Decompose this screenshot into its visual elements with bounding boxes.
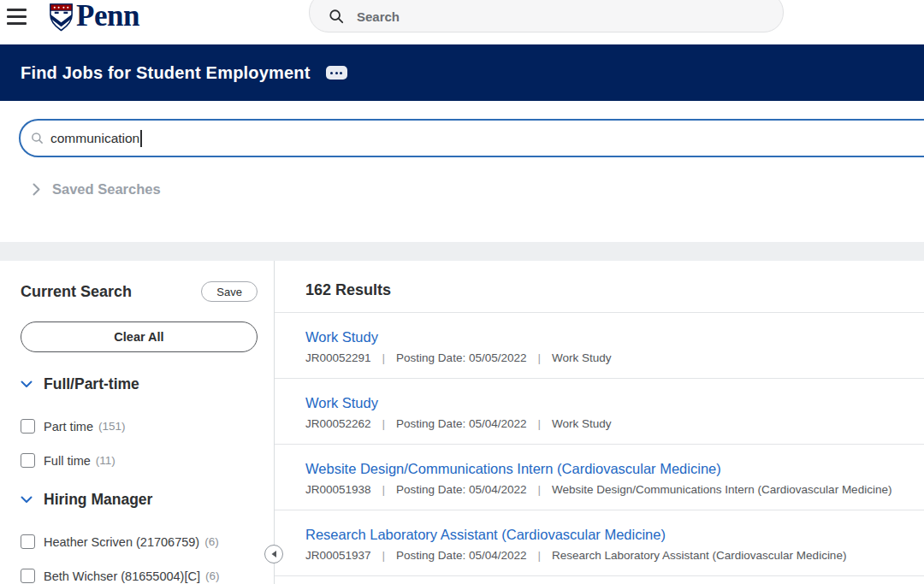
filter-option-count: (11) (96, 454, 116, 467)
job-meta: JR00051937|Posting Date: 05/04/2022|Rese… (305, 549, 915, 562)
separator: | (537, 417, 541, 430)
job-title-link[interactable]: Work Study (305, 329, 378, 345)
filter-group-header[interactable]: Full/Part-time (21, 375, 258, 393)
job-meta: JR00052262|Posting Date: 05/04/2022|Work… (305, 417, 915, 430)
penn-shield-icon (49, 3, 74, 32)
saved-searches-label: Saved Searches (52, 181, 161, 198)
content-area: Current Search Save Clear All Full/Part-… (0, 261, 924, 584)
filter-option: Beth Wichser (81655004)[C] (6) (21, 569, 258, 583)
checkbox-unchecked-icon[interactable] (21, 419, 35, 434)
job-title-link[interactable]: Research Laboratory Assistant (Cardiovas… (305, 527, 666, 543)
top-bar: Penn Search (0, 0, 924, 44)
job-results-list: Work Study JR00052291|Posting Date: 05/0… (275, 313, 924, 576)
job-posting-date: Posting Date: 05/04/2022 (396, 549, 526, 562)
filter-option-count: (6) (204, 535, 219, 548)
hamburger-menu-icon[interactable] (7, 9, 27, 25)
checkbox-unchecked-icon[interactable] (21, 569, 35, 583)
checkbox-unchecked-icon[interactable] (21, 453, 35, 468)
collapse-left-icon (270, 550, 278, 558)
job-posting-date: Posting Date: 05/04/2022 (396, 483, 526, 496)
text-caret (140, 130, 142, 147)
collapse-panel-button[interactable] (264, 545, 283, 563)
page-title: Find Jobs for Student Employment (21, 63, 311, 83)
filter-group: Full/Part-time Part time (151) Full time… (21, 375, 258, 468)
filter-groups: Full/Part-time Part time (151) Full time… (21, 375, 258, 583)
checkbox-unchecked-icon[interactable] (21, 534, 35, 549)
filter-group: Hiring Manager Heather Scriven (21706759… (21, 491, 258, 583)
job-posting-date: Posting Date: 05/04/2022 (396, 417, 526, 430)
job-posting-date: Posting Date: 05/05/2022 (396, 351, 526, 364)
filter-option-count: (6) (205, 569, 220, 582)
filter-option: Part time (151) (21, 419, 258, 434)
filter-option-label: Part time (44, 420, 93, 434)
save-search-button[interactable]: Save (201, 281, 258, 302)
job-req-id: JR00052291 (305, 351, 371, 364)
separator: | (537, 549, 541, 562)
penn-logo[interactable]: Penn (49, 1, 139, 33)
chevron-right-icon (33, 183, 40, 196)
job-category: Research Laboratory Assistant (Cardiovas… (552, 549, 846, 562)
clear-all-button[interactable]: Clear All (21, 321, 258, 352)
section-separator-band (0, 242, 924, 261)
filter-option: Heather Scriven (21706759) (6) (21, 534, 258, 549)
current-search-sidebar: Current Search Save Clear All Full/Part-… (0, 261, 274, 584)
job-search-input[interactable]: communication (19, 119, 924, 157)
separator: | (382, 483, 386, 496)
search-query-text: communication (50, 131, 139, 146)
filter-group-header[interactable]: Hiring Manager (21, 491, 258, 509)
job-meta: JR00052291|Posting Date: 05/05/2022|Work… (305, 351, 915, 364)
job-result-row: Website Design/Communications Intern (Ca… (275, 445, 924, 510)
job-meta: JR00051938|Posting Date: 05/04/2022|Webs… (305, 483, 915, 496)
job-req-id: JR00052262 (305, 417, 371, 430)
chevron-down-icon (21, 380, 33, 388)
filter-option-label: Heather Scriven (21706759) (44, 535, 199, 549)
separator: | (382, 549, 386, 562)
job-title-link[interactable]: Website Design/Communications Intern (Ca… (305, 461, 721, 477)
job-category: Work Study (552, 417, 612, 430)
penn-wordmark: Penn (76, 1, 139, 31)
chevron-down-icon (21, 496, 33, 504)
separator: | (537, 351, 541, 364)
search-section: communication Saved Searches (0, 101, 924, 242)
job-result-row: Research Laboratory Assistant (Cardiovas… (275, 510, 924, 576)
job-req-id: JR00051937 (305, 549, 371, 562)
global-search-placeholder: Search (357, 9, 400, 24)
current-search-title: Current Search (21, 283, 132, 301)
results-header: 162 Results (275, 261, 924, 313)
job-req-id: JR00051938 (305, 483, 371, 496)
separator: | (537, 483, 541, 496)
global-search-bar[interactable]: Search (309, 0, 784, 32)
job-result-row: Work Study JR00052291|Posting Date: 05/0… (275, 313, 924, 379)
filter-options: Heather Scriven (21706759) (6) Beth Wich… (21, 534, 258, 583)
separator: | (382, 417, 386, 430)
filter-option-label: Beth Wichser (81655004)[C] (44, 569, 200, 583)
separator: | (382, 351, 386, 364)
job-category: Work Study (552, 351, 612, 364)
job-title-link[interactable]: Work Study (305, 395, 378, 411)
filter-option: Full time (11) (21, 453, 258, 468)
search-icon (31, 132, 44, 145)
filter-group-title: Hiring Manager (44, 491, 152, 509)
page-header: Find Jobs for Student Employment (0, 44, 924, 101)
filter-options: Part time (151) Full time (11) (21, 419, 258, 468)
search-icon (329, 9, 344, 24)
job-result-row: Work Study JR00052262|Posting Date: 05/0… (275, 379, 924, 445)
search-results: 162 Results Work Study JR00052291|Postin… (275, 261, 924, 584)
job-category: Website Design/Communications Intern (Ca… (552, 483, 891, 496)
related-actions-ellipsis-icon[interactable] (326, 66, 347, 80)
filter-option-count: (151) (98, 420, 126, 433)
results-count: 162 Results (305, 281, 924, 299)
saved-searches-toggle[interactable]: Saved Searches (33, 181, 161, 198)
filter-group-title: Full/Part-time (44, 375, 139, 393)
filter-option-label: Full time (44, 454, 91, 468)
